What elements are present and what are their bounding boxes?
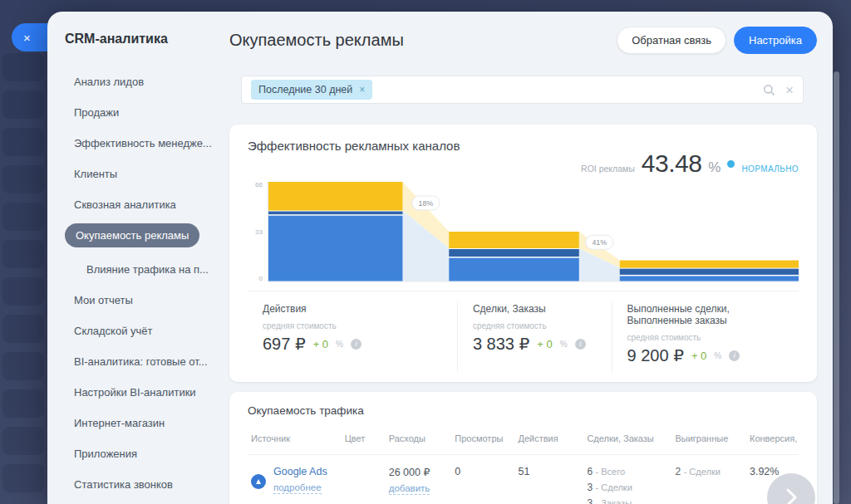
info-icon[interactable]: i bbox=[729, 350, 740, 361]
stat-value: 3 833 ₽ bbox=[473, 334, 529, 354]
background-tile bbox=[2, 165, 44, 193]
table-row: Google Ads подробнее 26 000 ₽ добавить 0… bbox=[248, 455, 799, 504]
sidebar-item[interactable]: Анализ лидов bbox=[65, 68, 219, 95]
background-tile bbox=[2, 427, 44, 455]
main-content: Окупаемость рекламы Обратная связь Настр… bbox=[229, 12, 817, 504]
search-icon[interactable] bbox=[763, 84, 775, 96]
sidebar-item[interactable]: Продажи bbox=[65, 99, 219, 126]
background-tile bbox=[2, 91, 44, 119]
sidebar: CRM-аналитика Анализ лидовПродажиЭффекти… bbox=[47, 12, 227, 504]
stat-value: 697 ₽ bbox=[263, 334, 306, 354]
filter-tag-remove-icon[interactable]: × bbox=[359, 85, 365, 95]
delta-value: + 0 bbox=[313, 338, 328, 350]
delta-value: + 0 bbox=[691, 350, 706, 362]
background-tile bbox=[2, 128, 44, 156]
sidebar-item[interactable]: BI-аналитика: готовые от... bbox=[65, 348, 219, 375]
funnel-chart: 66 33 0 18%41% bbox=[248, 181, 799, 282]
info-icon[interactable]: i bbox=[351, 339, 362, 350]
sidebar-item[interactable]: Сквозная аналитика bbox=[65, 191, 219, 218]
slider-panel: CRM-аналитика Анализ лидовПродажиЭффекти… bbox=[47, 12, 833, 504]
conversion-value: 3.92% bbox=[750, 466, 779, 477]
page-title: Окупаемость рекламы bbox=[229, 31, 404, 50]
views-value: 0 bbox=[455, 466, 460, 477]
y-axis: 66 33 0 bbox=[248, 181, 268, 282]
traffic-payback-card: Окупаемость трафика Источник Цвет Расход… bbox=[229, 392, 817, 504]
details-link[interactable]: подробнее bbox=[273, 482, 322, 494]
sidebar-item[interactable]: Складской учёт bbox=[65, 317, 219, 345]
svg-text:41%: 41% bbox=[592, 238, 607, 247]
add-link[interactable]: добавить bbox=[389, 483, 430, 495]
sidebar-item[interactable]: Клиенты bbox=[65, 160, 219, 188]
channel-efficiency-card: Эффективность рекламных каналов ROI рекл… bbox=[229, 125, 817, 382]
stat-value: 9 200 ₽ bbox=[627, 345, 684, 365]
sidebar-item[interactable]: Окупаемость рекламы bbox=[65, 223, 199, 247]
table-title: Окупаемость трафика bbox=[248, 404, 799, 417]
roi-status-badge: НОРМАЛЬНО bbox=[741, 164, 799, 174]
funnel-svg: 18%41% bbox=[268, 181, 799, 282]
filter-search-bar[interactable]: Последние 30 дней × × bbox=[241, 76, 804, 104]
stat-deals: Сделки, Заказы средняя стоимость 3 833 ₽… bbox=[457, 301, 612, 372]
roi-label: ROI рекламы bbox=[581, 164, 635, 174]
sidebar-nav: Анализ лидовПродажиЭффективность менедже… bbox=[65, 68, 219, 504]
table-header-row: Источник Цвет Расходы Просмотры Действия… bbox=[248, 423, 799, 455]
sidebar-title: CRM-аналитика bbox=[65, 32, 219, 46]
sidebar-item[interactable]: Мои отчеты bbox=[65, 286, 219, 314]
source-link[interactable]: Google Ads bbox=[273, 466, 327, 477]
filter-tag[interactable]: Последние 30 дней × bbox=[251, 80, 372, 100]
expenses-value: 26 000 ₽ bbox=[389, 467, 430, 478]
sidebar-item[interactable]: Интернет-магазин bbox=[65, 409, 219, 437]
chevron-right-icon bbox=[783, 487, 799, 504]
background-tile bbox=[2, 53, 44, 81]
chart-title: Эффективность рекламных каналов bbox=[248, 139, 460, 153]
delta-value: + 0 bbox=[537, 338, 552, 350]
traffic-table: Источник Цвет Расходы Просмотры Действия… bbox=[248, 423, 799, 504]
page-scrollbar[interactable] bbox=[834, 71, 839, 504]
background-tile bbox=[2, 315, 44, 343]
background-tile bbox=[2, 277, 44, 306]
sidebar-item[interactable]: Эффективность менедже... bbox=[65, 130, 219, 157]
close-icon: × bbox=[23, 31, 31, 45]
settings-button[interactable]: Настройка bbox=[734, 27, 817, 54]
filter-tag-label: Последние 30 дней bbox=[258, 84, 352, 95]
background-tile bbox=[2, 389, 44, 418]
stage-stats: Действия средняя стоимость 697 ₽ + 0 % i… bbox=[248, 291, 799, 372]
info-icon[interactable]: i bbox=[575, 339, 586, 350]
status-dot-icon bbox=[727, 160, 735, 168]
actions-value: 51 bbox=[519, 466, 530, 477]
filter-clear-icon[interactable]: × bbox=[785, 83, 794, 97]
sidebar-item[interactable]: Статистика звонков bbox=[65, 471, 219, 498]
stat-completed: Выполненные сделки, Выполненные заказы с… bbox=[612, 301, 799, 372]
roi-indicator: ROI рекламы 43.48 % НОРМАЛЬНО bbox=[581, 149, 799, 178]
feedback-button[interactable]: Обратная связь bbox=[617, 27, 726, 54]
stat-actions: Действия средняя стоимость 697 ₽ + 0 % i bbox=[248, 301, 457, 372]
background-tile bbox=[2, 352, 44, 380]
sidebar-item[interactable]: Приложения bbox=[65, 440, 219, 467]
sidebar-item[interactable]: Влияние трафика на п... bbox=[65, 256, 219, 283]
background-tile bbox=[2, 203, 44, 231]
svg-text:18%: 18% bbox=[419, 199, 434, 208]
roi-value: 43.48 bbox=[642, 149, 702, 178]
sidebar-item[interactable]: Настройки BI-аналитики bbox=[65, 379, 219, 406]
background-tile bbox=[2, 240, 44, 268]
background-tile bbox=[2, 464, 44, 492]
google-ads-icon bbox=[251, 474, 266, 489]
roi-unit: % bbox=[708, 159, 721, 176]
